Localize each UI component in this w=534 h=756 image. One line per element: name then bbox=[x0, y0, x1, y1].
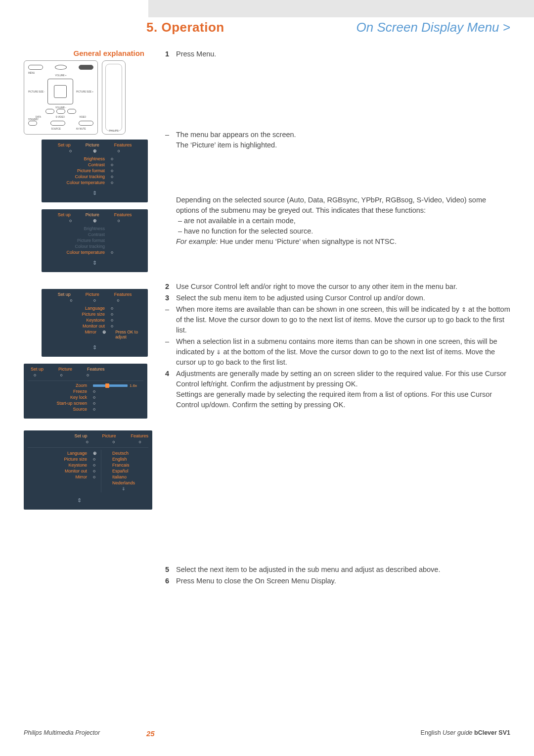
lang-option: English bbox=[112, 457, 135, 462]
header-gray-band bbox=[148, 0, 534, 17]
data-button bbox=[45, 109, 54, 114]
footer-guide: User guide bbox=[443, 729, 474, 736]
osd-screenshot-1: Set up Picture Features ○⊕○ Brightness○ … bbox=[42, 140, 148, 202]
osd-item: Start-up screen bbox=[42, 401, 87, 406]
psize-plus-label: PICTURE SIZE + bbox=[76, 91, 93, 93]
osd-item: Colour temperature bbox=[59, 250, 105, 255]
scroll-down-icon: ⇓ bbox=[216, 348, 221, 357]
step-text: Adjustments are generally made by settin… bbox=[176, 370, 506, 388]
lang-option: Nederlands bbox=[112, 480, 135, 485]
osd-item: Mirror bbox=[59, 330, 96, 339]
osd-screenshot-4: Set up Picture Features ○○○ Zoom 1.6x Fr… bbox=[24, 364, 147, 419]
lang-option: Italiano bbox=[112, 474, 135, 479]
osd-tab-features: Features bbox=[87, 367, 105, 372]
step-1: 1 Press Menu. bbox=[165, 49, 510, 59]
step-text: Select the next item to be adjusted in t… bbox=[176, 565, 510, 575]
lang-option: Español bbox=[112, 469, 135, 473]
osd-item: Picture format bbox=[59, 238, 105, 243]
left-column: General explanation MENU VOLUME + PICTUR… bbox=[24, 49, 150, 517]
greyed-out-paragraph: Depending on the selected source (Auto, … bbox=[165, 195, 510, 247]
ok-button bbox=[55, 65, 67, 70]
osd-item: Freeze bbox=[42, 389, 87, 394]
osd-item: Colour temperature bbox=[59, 180, 105, 185]
osd-item: Colour tracking bbox=[59, 174, 105, 179]
osd-tab-setup: Set up bbox=[31, 367, 44, 372]
osd-tab-picture: Picture bbox=[58, 367, 72, 372]
psize-minus-label: PICTURE SIZE - bbox=[28, 91, 45, 93]
avmute-label: AV MUTE bbox=[76, 128, 86, 130]
osd-tab-picture: Picture bbox=[86, 292, 99, 297]
osd-screenshot-2: Set up Picture Features ○⊕○ Brightness C… bbox=[42, 209, 148, 272]
osd-item: Picture size bbox=[59, 312, 105, 317]
step-3: 3Select the sub menu item to be adjusted… bbox=[165, 293, 510, 303]
scroll-icon: ⇕ bbox=[45, 260, 144, 266]
step-3-dash-1: – When more items are available than can… bbox=[165, 304, 510, 335]
step-text: Press Menu. bbox=[176, 49, 510, 59]
lang-option: Deutsch bbox=[112, 451, 135, 456]
blank-button bbox=[79, 65, 93, 70]
scroll-list-icon: ⇕ bbox=[461, 306, 466, 314]
osd-item: Key lock bbox=[42, 395, 87, 400]
osd-tab-setup: Set up bbox=[58, 212, 71, 217]
note-line: The ‘Picture’ item is highlighted. bbox=[176, 141, 277, 149]
osd-item: Language bbox=[42, 451, 87, 456]
osd-tab-features: Features bbox=[114, 212, 132, 217]
sidebar-heading: General explanation bbox=[24, 49, 150, 57]
osd-item: Zoom bbox=[42, 383, 87, 388]
step-3-dash-2: – When a selection list in a submenu con… bbox=[165, 336, 510, 368]
osd-tab-setup: Set up bbox=[58, 292, 71, 297]
control-panel-illustration: MENU VOLUME + PICTURE SIZE - PICTURE SIZ… bbox=[24, 60, 98, 135]
page-footer: Philips Multimedia Projector 25 English … bbox=[24, 729, 510, 736]
lang-option: Francais bbox=[112, 463, 135, 468]
remote-illustration: PHILIPS bbox=[102, 60, 126, 135]
remote-brand: PHILIPS bbox=[102, 129, 125, 132]
osd-tab-setup: Set up bbox=[58, 142, 71, 147]
note-line: The menu bar appears on the screen. bbox=[176, 131, 296, 139]
osd-item: Colour tracking bbox=[59, 244, 105, 249]
step-text: Settings are generally made by selecting… bbox=[176, 390, 492, 409]
step-text: Use Cursor Control left and/or right to … bbox=[176, 282, 510, 292]
scroll-down-icon: ⇓ bbox=[112, 486, 135, 491]
step-5: 5Select the next item to be adjusted in … bbox=[165, 565, 510, 575]
source-label: SOURCE bbox=[51, 128, 61, 130]
menu-button bbox=[28, 65, 43, 70]
section-subtitle: On Screen Display Menu > bbox=[356, 20, 510, 35]
note-dash: – The menu bar appears on the screen. Th… bbox=[165, 130, 510, 150]
footer-right: English User guide bClever SV1 bbox=[421, 729, 510, 736]
para-line: Depending on the selected source (Auto, … bbox=[176, 196, 486, 214]
osd-item: Monitor out bbox=[59, 324, 105, 329]
right-column: 1 Press Menu. – The menu bar appears on … bbox=[150, 49, 510, 587]
avmute-button bbox=[79, 121, 93, 126]
osd-tab-picture: Picture bbox=[86, 142, 99, 147]
footer-left: Philips Multimedia Projector bbox=[24, 729, 100, 736]
osd-item: Contrast bbox=[59, 232, 105, 237]
osd-item: Language bbox=[59, 306, 105, 311]
osd-item: Picture size bbox=[42, 457, 87, 462]
video-label: VIDEO bbox=[79, 116, 86, 118]
scroll-icon: ⇕ bbox=[45, 190, 144, 196]
dpad bbox=[47, 79, 73, 104]
scroll-icon: ⇕ bbox=[28, 497, 148, 504]
osd-tab-setup: Set up bbox=[74, 433, 87, 438]
osd-item: Picture format bbox=[59, 168, 105, 173]
step-text: Select the sub menu item to be adjusted … bbox=[176, 293, 510, 303]
standby-button bbox=[28, 121, 37, 126]
zoom-value: 1.6x bbox=[130, 383, 137, 388]
para-italic: For example: bbox=[176, 237, 218, 245]
video-button bbox=[67, 109, 76, 114]
step-6: 6Press Menu to close the On Screen Menu … bbox=[165, 576, 510, 586]
osd-tab-features: Features bbox=[114, 292, 132, 297]
osd-item: Brightness bbox=[59, 156, 105, 161]
footer-lang: English bbox=[421, 729, 443, 736]
osd-screenshot-5: Set up Picture Features ○○○ Language⊕ Pi… bbox=[24, 430, 152, 510]
dash-text: at the bottom of the list. Move the curs… bbox=[176, 348, 495, 366]
svideo-label: S-VIDEO bbox=[55, 116, 65, 118]
para-line: Hue under menu ‘Picture’ when signaltype… bbox=[218, 237, 397, 245]
osd-item: Keystone bbox=[42, 463, 87, 468]
title-row: 5. Operation On Screen Display Menu > bbox=[24, 20, 510, 35]
osd-note: Press OK to adjust bbox=[115, 330, 144, 339]
osd-item: Contrast bbox=[59, 162, 105, 167]
scroll-icon: ⇕ bbox=[45, 344, 144, 351]
footer-model: bClever SV1 bbox=[474, 729, 510, 736]
device-illustrations: MENU VOLUME + PICTURE SIZE - PICTURE SIZ… bbox=[24, 60, 150, 135]
